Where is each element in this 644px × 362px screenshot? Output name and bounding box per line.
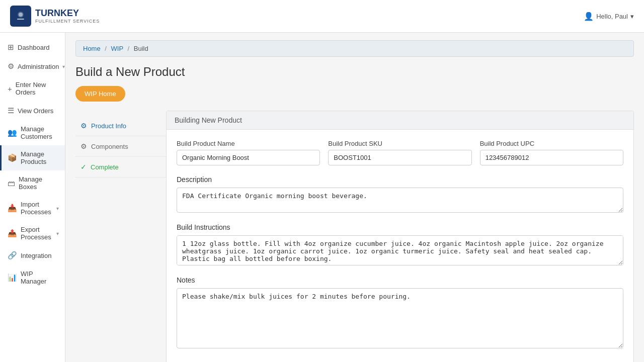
description-textarea[interactable]: [177, 188, 623, 213]
sidebar-item-administration[interactable]: ⚙ Administration: [0, 57, 65, 76]
svg-point-2: [19, 13, 23, 17]
sidebar-item-integration[interactable]: 🔗 Integration: [0, 246, 65, 265]
sidebar: ⊞ Dashboard ⚙ Administration + Enter New…: [0, 33, 65, 362]
sidebar-item-manage-customers[interactable]: 👥 Manage Customers: [0, 120, 65, 145]
product-upc-label: Build Product UPC: [480, 140, 623, 147]
sidebar-item-export-processes[interactable]: 📤 Export Processes: [0, 221, 65, 246]
product-upc-input[interactable]: [480, 150, 623, 165]
step-product-info-label: Product Info: [91, 122, 126, 130]
components-icon: ⚙: [80, 142, 87, 150]
import-icon: 📥: [8, 204, 17, 213]
product-sku-input[interactable]: [328, 150, 471, 165]
sidebar-item-label: WIP Manager: [21, 270, 59, 285]
brand-sub: FULFILLMENT SERVICES: [35, 19, 100, 24]
description-label: Description: [177, 175, 623, 184]
step-components[interactable]: ⚙ Components: [75, 136, 166, 157]
sidebar-item-view-orders[interactable]: ☰ View Orders: [0, 101, 65, 120]
page-title: Build a New Product: [75, 65, 634, 79]
sidebar-item-enter-orders[interactable]: + Enter New Orders: [0, 76, 65, 101]
complete-icon: ✓: [80, 163, 87, 171]
integration-icon: 🔗: [8, 251, 17, 260]
brand-name: TURNKEY: [35, 9, 100, 19]
step-product-info[interactable]: ⚙ Product Info: [75, 116, 166, 136]
sidebar-item-wip-manager[interactable]: 📊 WIP Manager: [0, 265, 65, 290]
logo-icon: [10, 6, 31, 27]
product-info-icon: ⚙: [80, 122, 87, 130]
breadcrumb-sep-2: /: [128, 45, 130, 52]
build-container: ⚙ Product Info ⚙ Components ✓ Complete B…: [75, 111, 634, 362]
user-dropdown-icon: ▾: [630, 13, 634, 20]
breadcrumb-home[interactable]: Home: [83, 45, 101, 52]
product-sku-group: Build Product SKU: [328, 140, 471, 165]
breadcrumb-sep-1: /: [105, 45, 107, 52]
administration-icon: ⚙: [8, 62, 14, 71]
sidebar-item-label: Export Processes: [21, 226, 53, 241]
manage-boxes-icon: 🗃: [8, 179, 15, 188]
sidebar-item-label: Manage Customers: [21, 125, 59, 140]
notes-label: Notes: [177, 276, 623, 284]
notes-textarea[interactable]: [177, 288, 623, 348]
sidebar-item-import-processes[interactable]: 📥 Import Processes: [0, 196, 65, 221]
view-orders-icon: ☰: [8, 106, 14, 115]
instructions-label: Build Instructions: [177, 223, 623, 231]
sidebar-item-label: Dashboard: [18, 44, 50, 51]
step-complete[interactable]: ✓ Complete: [75, 157, 166, 177]
step-nav: ⚙ Product Info ⚙ Components ✓ Complete: [75, 111, 166, 362]
product-fields-row: Build Product Name Build Product SKU Bui…: [177, 140, 623, 165]
enter-orders-icon: +: [8, 84, 12, 93]
instructions-textarea[interactable]: [177, 235, 623, 265]
product-sku-label: Build Product SKU: [328, 140, 471, 147]
manage-products-icon: 📦: [8, 153, 17, 162]
export-icon: 📤: [8, 229, 17, 238]
form-panel-title: Building New Product: [175, 116, 242, 124]
main-layout: ⊞ Dashboard ⚙ Administration + Enter New…: [0, 33, 644, 362]
form-panel-header: Building New Product: [167, 111, 633, 130]
wip-home-button[interactable]: WIP Home: [75, 86, 125, 102]
product-name-label: Build Product Name: [177, 140, 320, 147]
sidebar-item-label: Enter New Orders: [16, 81, 59, 96]
dashboard-icon: ⊞: [8, 43, 14, 52]
sidebar-item-label: Import Processes: [21, 201, 53, 216]
manage-customers-icon: 👥: [8, 128, 17, 137]
sidebar-item-label: Administration: [18, 63, 59, 70]
step-complete-label: Complete: [91, 163, 119, 171]
product-upc-group: Build Product UPC: [480, 140, 623, 165]
sidebar-item-label: Integration: [21, 252, 51, 259]
sidebar-item-manage-boxes[interactable]: 🗃 Manage Boxes: [0, 170, 65, 196]
sidebar-item-label: View Orders: [18, 107, 53, 115]
svg-rect-3: [17, 19, 24, 20]
app-header: TURNKEY FULFILLMENT SERVICES 👤 Hello, Pa…: [0, 0, 644, 33]
sidebar-item-dashboard[interactable]: ⊞ Dashboard: [0, 38, 65, 57]
user-greeting: Hello, Paul: [596, 13, 628, 20]
user-icon: 👤: [584, 12, 594, 21]
user-menu[interactable]: 👤 Hello, Paul ▾: [584, 12, 634, 21]
step-components-label: Components: [91, 143, 128, 150]
sidebar-item-label: Manage Products: [21, 150, 59, 165]
product-name-input[interactable]: [177, 150, 320, 165]
form-panel-body: Build Product Name Build Product SKU Bui…: [167, 130, 633, 362]
product-name-group: Build Product Name: [177, 140, 320, 165]
breadcrumb-build: Build: [134, 45, 148, 52]
sidebar-item-label: Manage Boxes: [19, 175, 59, 191]
logo: TURNKEY FULFILLMENT SERVICES: [10, 6, 100, 27]
wip-manager-icon: 📊: [8, 273, 17, 282]
breadcrumb-wip[interactable]: WIP: [111, 45, 123, 52]
breadcrumb: Home / WIP / Build: [75, 40, 634, 57]
logo-text-area: TURNKEY FULFILLMENT SERVICES: [35, 9, 100, 24]
form-panel: Building New Product Build Product Name …: [166, 111, 634, 362]
sidebar-item-manage-products[interactable]: 📦 Manage Products: [0, 145, 65, 170]
main-content: Home / WIP / Build Build a New Product W…: [65, 33, 644, 362]
